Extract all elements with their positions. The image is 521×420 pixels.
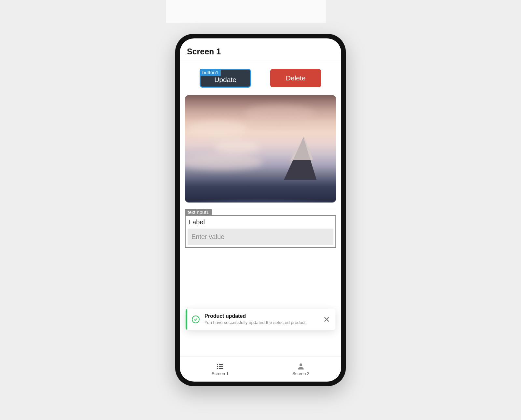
background-card <box>166 0 326 23</box>
svg-point-7 <box>217 368 218 369</box>
nav-item-screen-1[interactable]: Screen 1 <box>180 357 260 382</box>
svg-rect-6 <box>219 366 223 367</box>
svg-point-0 <box>192 316 199 323</box>
text-input-frame: Label Enter value <box>185 215 336 248</box>
image-decoration <box>214 141 260 154</box>
toast-title: Product updated <box>204 313 318 319</box>
button-row: button1 Update Delete <box>185 66 336 95</box>
svg-point-9 <box>300 363 303 366</box>
toast-notification: Product updated You have successfully up… <box>186 309 335 330</box>
check-circle-icon <box>191 315 200 324</box>
component-tag-button1: button1 <box>200 69 221 76</box>
delete-button-label: Delete <box>286 74 306 82</box>
toast-accent-bar <box>186 309 187 330</box>
image-decoration <box>290 137 313 160</box>
toast-body: Product updated You have successfully up… <box>204 313 318 326</box>
list-icon <box>216 362 224 371</box>
toast-message: You have successfully updated the select… <box>204 320 318 326</box>
screen-header: Screen 1 <box>180 38 341 61</box>
svg-point-3 <box>217 364 218 365</box>
phone-frame: Screen 1 button1 Update Delete <box>175 34 346 386</box>
nav-label: Screen 2 <box>292 371 309 376</box>
nav-label: Screen 1 <box>212 371 229 376</box>
svg-rect-4 <box>219 364 223 365</box>
close-icon[interactable] <box>322 315 331 324</box>
screen-content: button1 Update Delete textInput1 <box>180 61 341 356</box>
person-icon <box>297 362 305 371</box>
text-input-label: Label <box>186 216 335 229</box>
svg-rect-8 <box>219 368 223 369</box>
text-input-component[interactable]: textInput1 Label Enter value <box>185 209 336 248</box>
screen-title: Screen 1 <box>187 47 334 56</box>
image-decoration <box>244 105 315 124</box>
image-decoration <box>185 163 336 203</box>
update-button[interactable]: button1 Update <box>200 69 251 87</box>
image-decoration <box>188 121 247 137</box>
component-tag-textinput1: textInput1 <box>185 209 212 216</box>
svg-point-5 <box>217 366 218 367</box>
phone-screen: Screen 1 button1 Update Delete <box>180 38 341 382</box>
bottom-nav: Screen 1 Screen 2 <box>180 356 341 382</box>
nav-item-screen-2[interactable]: Screen 2 <box>260 357 341 382</box>
delete-button[interactable]: Delete <box>270 69 321 87</box>
text-input-field[interactable]: Enter value <box>188 229 333 245</box>
image-component[interactable] <box>185 95 336 203</box>
